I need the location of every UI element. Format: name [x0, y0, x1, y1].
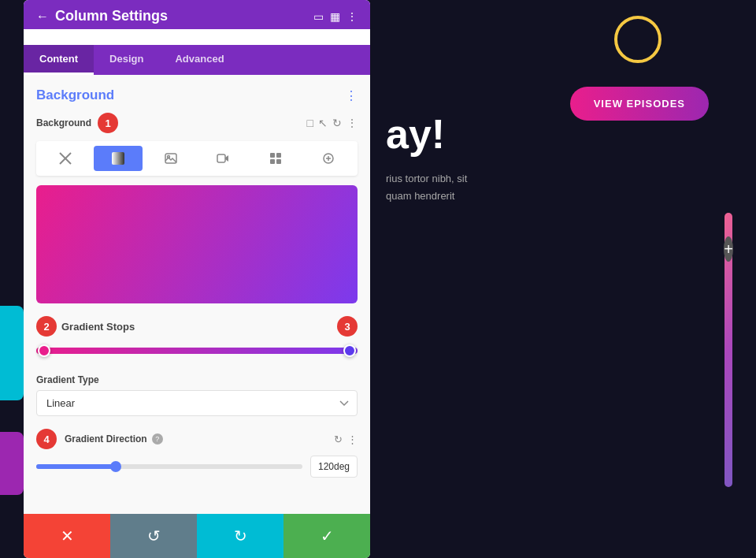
gradient-stops-header: 2 Gradient Stops 3	[36, 316, 358, 337]
tabs-row: Content Design Advanced	[24, 45, 370, 75]
gradient-stops-slider[interactable]	[36, 343, 358, 359]
add-element-button[interactable]: +	[724, 236, 733, 262]
tab-advanced[interactable]: Advanced	[159, 45, 239, 75]
expand-icon[interactable]: ▭	[313, 10, 324, 23]
section-title: Background	[36, 87, 114, 103]
gradient-preview-right: +	[724, 213, 732, 487]
back-arrow-icon[interactable]: ←	[36, 9, 49, 24]
bg-type-actions: □ ↖ ↻ ⋮	[307, 117, 358, 129]
bg-sel-gradient[interactable]	[94, 146, 143, 171]
panel-title: Column Settings	[55, 8, 168, 24]
hero-subtext: rius tortor nibh, sit quam hendrerit	[386, 170, 467, 205]
direction-reset-icon[interactable]: ↻	[334, 433, 343, 445]
gradient-direction-header: 4 Gradient Direction ? ↻ ⋮	[36, 429, 358, 449]
hero-text: ay!	[386, 110, 467, 158]
more-options-icon[interactable]: ⋮	[346, 10, 358, 23]
svg-rect-9	[276, 159, 281, 164]
bg-sel-video[interactable]	[198, 146, 248, 171]
gradient-stops-label: Gradient Stops	[61, 321, 135, 333]
deco-teal	[0, 306, 24, 400]
svg-rect-8	[270, 159, 275, 164]
step-badge-1: 1	[98, 113, 118, 133]
bg-sel-mask[interactable]	[303, 146, 353, 171]
gradient-type-label: Gradient Type	[36, 374, 358, 385]
background-selector-row	[36, 141, 358, 176]
gradient-stop-right[interactable]	[343, 344, 356, 357]
bg-sel-pattern[interactable]	[251, 146, 301, 171]
gradient-track	[36, 348, 358, 354]
confirm-button[interactable]: ✓	[284, 514, 370, 558]
step-badge-4: 4	[36, 429, 57, 449]
step-badge-2: 2	[36, 316, 57, 337]
bg-sel-image[interactable]	[146, 146, 195, 171]
background-type-row: Background 1 □ ↖ ↻ ⋮	[36, 113, 358, 133]
svg-rect-5	[217, 154, 225, 162]
tab-content[interactable]: Content	[24, 45, 94, 75]
columns-icon[interactable]: ▦	[330, 10, 340, 23]
view-episodes-button[interactable]: VIEW EPISODES	[570, 87, 709, 121]
preset-row[interactable]: Preset: Default ▾	[24, 29, 370, 45]
gradient-type-select[interactable]: Linear	[36, 390, 358, 416]
section-menu-icon[interactable]: ⋮	[345, 88, 358, 103]
direction-more-icon[interactable]: ⋮	[347, 433, 358, 445]
bg-crop-icon[interactable]: □	[307, 117, 313, 129]
right-content-area: VIEW EPISODES ay! rius tortor nibh, sit …	[354, 0, 756, 558]
panel-body: Background ⋮ Background 1 □ ↖ ↻ ⋮	[24, 75, 370, 514]
bg-more-icon[interactable]: ⋮	[346, 117, 358, 129]
bg-cursor-icon[interactable]: ↖	[318, 117, 328, 129]
panel-header-actions: ▭ ▦ ⋮	[313, 10, 358, 23]
bg-sel-none[interactable]	[41, 146, 91, 171]
column-settings-panel: ← Column Settings ▭ ▦ ⋮ Preset: Default …	[24, 0, 370, 558]
panel-header: ← Column Settings ▭ ▦ ⋮	[24, 0, 370, 29]
direction-thumb[interactable]	[110, 461, 121, 472]
gradient-canvas[interactable]	[36, 185, 358, 303]
svg-rect-7	[276, 153, 281, 158]
bg-label: Background	[36, 117, 91, 128]
cancel-button[interactable]: ✕	[24, 514, 110, 558]
direction-slider[interactable]	[36, 464, 302, 469]
bottom-action-bar: ✕ ↺ ↻ ✓	[24, 514, 370, 558]
background-section-header: Background ⋮	[36, 87, 358, 103]
bg-reset-icon[interactable]: ↻	[332, 117, 342, 129]
direction-value: 120deg	[310, 456, 358, 478]
gradient-direction-label: Gradient Direction	[65, 433, 147, 445]
tab-design[interactable]: Design	[94, 45, 159, 75]
svg-rect-6	[270, 153, 275, 158]
gradient-direction-row: 120deg	[36, 456, 358, 478]
gradient-stop-left[interactable]	[38, 344, 50, 357]
svg-rect-2	[112, 152, 124, 165]
circle-icon	[614, 16, 662, 63]
step-badge-3: 3	[337, 316, 358, 337]
help-icon[interactable]: ?	[152, 433, 163, 445]
undo-button[interactable]: ↺	[110, 514, 197, 558]
redo-button[interactable]: ↻	[197, 514, 284, 558]
deco-purple	[0, 432, 24, 495]
